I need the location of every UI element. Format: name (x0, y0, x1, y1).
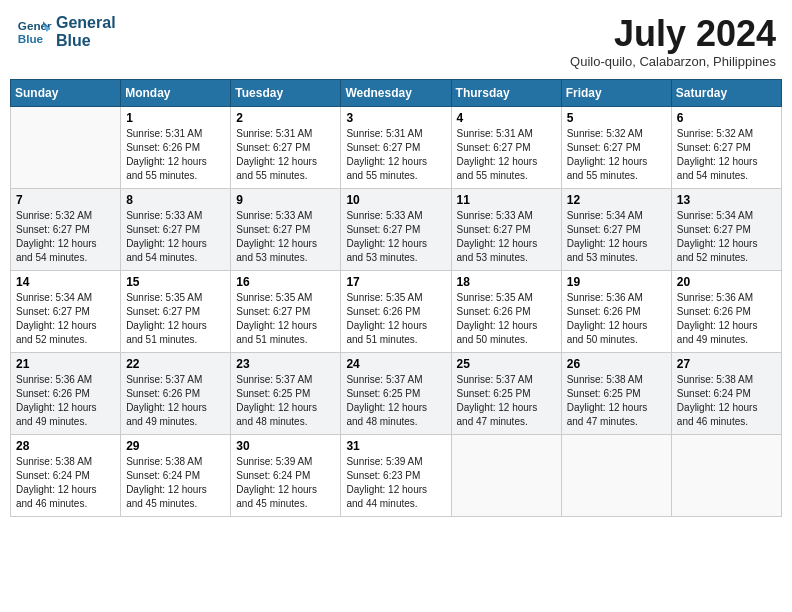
calendar-cell: 20Sunrise: 5:36 AM Sunset: 6:26 PM Dayli… (671, 270, 781, 352)
calendar-cell: 31Sunrise: 5:39 AM Sunset: 6:23 PM Dayli… (341, 434, 451, 516)
day-number: 3 (346, 111, 445, 125)
day-number: 5 (567, 111, 666, 125)
column-header-friday: Friday (561, 79, 671, 106)
calendar-cell: 6Sunrise: 5:32 AM Sunset: 6:27 PM Daylig… (671, 106, 781, 188)
column-header-thursday: Thursday (451, 79, 561, 106)
calendar-cell (11, 106, 121, 188)
calendar-cell: 17Sunrise: 5:35 AM Sunset: 6:26 PM Dayli… (341, 270, 451, 352)
calendar-cell: 24Sunrise: 5:37 AM Sunset: 6:25 PM Dayli… (341, 352, 451, 434)
day-number: 18 (457, 275, 556, 289)
column-header-saturday: Saturday (671, 79, 781, 106)
day-number: 26 (567, 357, 666, 371)
calendar-cell: 27Sunrise: 5:38 AM Sunset: 6:24 PM Dayli… (671, 352, 781, 434)
logo: General Blue General Blue (16, 14, 116, 50)
calendar-cell: 22Sunrise: 5:37 AM Sunset: 6:26 PM Dayli… (121, 352, 231, 434)
day-info: Sunrise: 5:31 AM Sunset: 6:27 PM Dayligh… (346, 127, 445, 183)
calendar-cell: 16Sunrise: 5:35 AM Sunset: 6:27 PM Dayli… (231, 270, 341, 352)
day-number: 31 (346, 439, 445, 453)
calendar-cell: 4Sunrise: 5:31 AM Sunset: 6:27 PM Daylig… (451, 106, 561, 188)
day-number: 20 (677, 275, 776, 289)
day-number: 25 (457, 357, 556, 371)
day-info: Sunrise: 5:35 AM Sunset: 6:26 PM Dayligh… (457, 291, 556, 347)
day-number: 16 (236, 275, 335, 289)
calendar-cell: 23Sunrise: 5:37 AM Sunset: 6:25 PM Dayli… (231, 352, 341, 434)
day-number: 4 (457, 111, 556, 125)
day-number: 12 (567, 193, 666, 207)
day-number: 2 (236, 111, 335, 125)
day-info: Sunrise: 5:37 AM Sunset: 6:26 PM Dayligh… (126, 373, 225, 429)
day-number: 14 (16, 275, 115, 289)
calendar-cell: 12Sunrise: 5:34 AM Sunset: 6:27 PM Dayli… (561, 188, 671, 270)
day-info: Sunrise: 5:32 AM Sunset: 6:27 PM Dayligh… (677, 127, 776, 183)
calendar-cell: 13Sunrise: 5:34 AM Sunset: 6:27 PM Dayli… (671, 188, 781, 270)
day-info: Sunrise: 5:31 AM Sunset: 6:26 PM Dayligh… (126, 127, 225, 183)
day-number: 27 (677, 357, 776, 371)
day-info: Sunrise: 5:34 AM Sunset: 6:27 PM Dayligh… (567, 209, 666, 265)
page-location: Quilo-quilo, Calabarzon, Philippines (570, 54, 776, 69)
day-number: 13 (677, 193, 776, 207)
day-number: 19 (567, 275, 666, 289)
day-info: Sunrise: 5:37 AM Sunset: 6:25 PM Dayligh… (457, 373, 556, 429)
day-number: 15 (126, 275, 225, 289)
day-info: Sunrise: 5:36 AM Sunset: 6:26 PM Dayligh… (16, 373, 115, 429)
day-info: Sunrise: 5:37 AM Sunset: 6:25 PM Dayligh… (236, 373, 335, 429)
calendar-week-row: 21Sunrise: 5:36 AM Sunset: 6:26 PM Dayli… (11, 352, 782, 434)
day-number: 17 (346, 275, 445, 289)
day-info: Sunrise: 5:35 AM Sunset: 6:26 PM Dayligh… (346, 291, 445, 347)
calendar-cell: 26Sunrise: 5:38 AM Sunset: 6:25 PM Dayli… (561, 352, 671, 434)
day-info: Sunrise: 5:33 AM Sunset: 6:27 PM Dayligh… (236, 209, 335, 265)
day-info: Sunrise: 5:36 AM Sunset: 6:26 PM Dayligh… (677, 291, 776, 347)
day-info: Sunrise: 5:38 AM Sunset: 6:24 PM Dayligh… (126, 455, 225, 511)
calendar-week-row: 28Sunrise: 5:38 AM Sunset: 6:24 PM Dayli… (11, 434, 782, 516)
calendar-cell: 14Sunrise: 5:34 AM Sunset: 6:27 PM Dayli… (11, 270, 121, 352)
day-number: 1 (126, 111, 225, 125)
calendar-cell: 2Sunrise: 5:31 AM Sunset: 6:27 PM Daylig… (231, 106, 341, 188)
calendar-week-row: 7Sunrise: 5:32 AM Sunset: 6:27 PM Daylig… (11, 188, 782, 270)
calendar-table: SundayMondayTuesdayWednesdayThursdayFrid… (10, 79, 782, 517)
calendar-cell (671, 434, 781, 516)
day-info: Sunrise: 5:34 AM Sunset: 6:27 PM Dayligh… (677, 209, 776, 265)
calendar-week-row: 14Sunrise: 5:34 AM Sunset: 6:27 PM Dayli… (11, 270, 782, 352)
day-number: 30 (236, 439, 335, 453)
calendar-cell: 5Sunrise: 5:32 AM Sunset: 6:27 PM Daylig… (561, 106, 671, 188)
day-number: 21 (16, 357, 115, 371)
calendar-cell: 7Sunrise: 5:32 AM Sunset: 6:27 PM Daylig… (11, 188, 121, 270)
calendar-cell: 1Sunrise: 5:31 AM Sunset: 6:26 PM Daylig… (121, 106, 231, 188)
day-info: Sunrise: 5:33 AM Sunset: 6:27 PM Dayligh… (457, 209, 556, 265)
day-number: 6 (677, 111, 776, 125)
calendar-cell: 21Sunrise: 5:36 AM Sunset: 6:26 PM Dayli… (11, 352, 121, 434)
day-info: Sunrise: 5:33 AM Sunset: 6:27 PM Dayligh… (346, 209, 445, 265)
day-info: Sunrise: 5:35 AM Sunset: 6:27 PM Dayligh… (236, 291, 335, 347)
calendar-cell: 11Sunrise: 5:33 AM Sunset: 6:27 PM Dayli… (451, 188, 561, 270)
day-number: 28 (16, 439, 115, 453)
day-info: Sunrise: 5:32 AM Sunset: 6:27 PM Dayligh… (16, 209, 115, 265)
day-number: 7 (16, 193, 115, 207)
column-header-wednesday: Wednesday (341, 79, 451, 106)
column-header-sunday: Sunday (11, 79, 121, 106)
calendar-cell: 9Sunrise: 5:33 AM Sunset: 6:27 PM Daylig… (231, 188, 341, 270)
calendar-cell: 18Sunrise: 5:35 AM Sunset: 6:26 PM Dayli… (451, 270, 561, 352)
calendar-cell: 15Sunrise: 5:35 AM Sunset: 6:27 PM Dayli… (121, 270, 231, 352)
logo-text: General Blue (56, 14, 116, 49)
calendar-cell: 25Sunrise: 5:37 AM Sunset: 6:25 PM Dayli… (451, 352, 561, 434)
title-block: July 2024 Quilo-quilo, Calabarzon, Phili… (570, 14, 776, 69)
calendar-cell: 8Sunrise: 5:33 AM Sunset: 6:27 PM Daylig… (121, 188, 231, 270)
page-header: General Blue General Blue July 2024 Quil… (10, 10, 782, 73)
day-number: 23 (236, 357, 335, 371)
calendar-cell (451, 434, 561, 516)
calendar-cell: 3Sunrise: 5:31 AM Sunset: 6:27 PM Daylig… (341, 106, 451, 188)
logo-icon: General Blue (16, 14, 52, 50)
calendar-cell: 28Sunrise: 5:38 AM Sunset: 6:24 PM Dayli… (11, 434, 121, 516)
calendar-week-row: 1Sunrise: 5:31 AM Sunset: 6:26 PM Daylig… (11, 106, 782, 188)
calendar-cell: 10Sunrise: 5:33 AM Sunset: 6:27 PM Dayli… (341, 188, 451, 270)
calendar-cell (561, 434, 671, 516)
calendar-cell: 19Sunrise: 5:36 AM Sunset: 6:26 PM Dayli… (561, 270, 671, 352)
column-header-monday: Monday (121, 79, 231, 106)
day-info: Sunrise: 5:38 AM Sunset: 6:24 PM Dayligh… (16, 455, 115, 511)
day-number: 10 (346, 193, 445, 207)
day-info: Sunrise: 5:38 AM Sunset: 6:25 PM Dayligh… (567, 373, 666, 429)
day-number: 29 (126, 439, 225, 453)
day-info: Sunrise: 5:35 AM Sunset: 6:27 PM Dayligh… (126, 291, 225, 347)
day-info: Sunrise: 5:36 AM Sunset: 6:26 PM Dayligh… (567, 291, 666, 347)
day-info: Sunrise: 5:31 AM Sunset: 6:27 PM Dayligh… (457, 127, 556, 183)
